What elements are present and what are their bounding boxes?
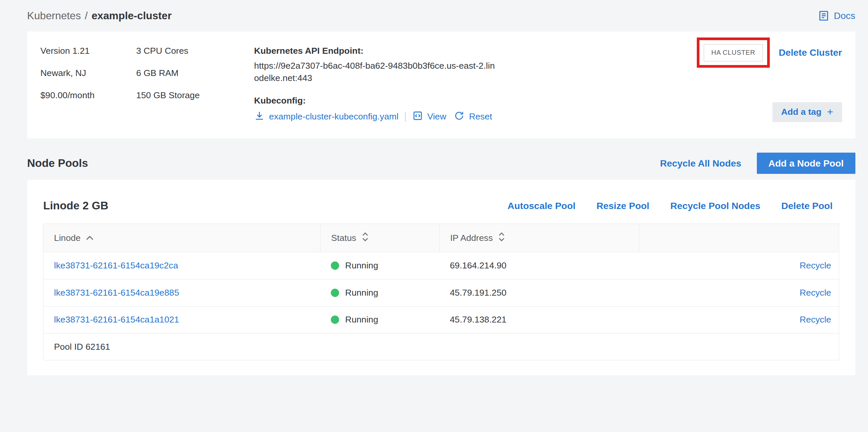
add-tag-label: Add a tag xyxy=(781,107,822,117)
docs-label: Docs xyxy=(834,10,856,21)
node-table-row: lke38731-62161-6154ca19c2ca Running 69.1… xyxy=(43,252,839,279)
kubeconfig-label: Kubeconfig: xyxy=(254,95,514,107)
sort-asc-icon xyxy=(86,233,94,243)
view-label: View xyxy=(427,112,446,122)
resize-pool-link[interactable]: Resize Pool xyxy=(597,200,649,211)
pool-id-row: Pool ID 62161 xyxy=(43,334,839,360)
delete-pool-link[interactable]: Delete Pool xyxy=(781,200,833,211)
kubeconfig-filename: example-cluster-kubeconfig.yaml xyxy=(269,112,399,122)
view-kubeconfig-link[interactable]: View xyxy=(412,111,446,123)
kubeconfig-download-link[interactable]: example-cluster-kubeconfig.yaml xyxy=(254,111,399,123)
column-label-ip-address: IP Address xyxy=(450,233,493,243)
recycle-node-link[interactable]: Recycle xyxy=(800,314,831,325)
status-running-dot-icon xyxy=(331,315,339,324)
status-cell: Running xyxy=(320,260,439,271)
breadcrumb: Kubernetes/example-cluster xyxy=(27,10,172,22)
row-action-cell: Recycle xyxy=(639,260,839,271)
kubernetes-cluster-page: Kubernetes/example-cluster Docs Version … xyxy=(0,0,868,432)
reset-kubeconfig-link[interactable]: Reset xyxy=(454,111,492,123)
ip-address-cell: 45.79.191.250 xyxy=(439,288,639,298)
ip-address: 69.164.214.90 xyxy=(450,260,507,270)
table-header-row: Linode Status IP Address xyxy=(43,224,839,252)
node-pools-actions: Recycle All Nodes Add a Node Pool xyxy=(660,153,856,174)
topbar: Kubernetes/example-cluster Docs xyxy=(0,0,868,32)
cluster-summary-card: Version 1.21 Newark, NJ $90.00/month 3 C… xyxy=(27,32,856,138)
status-running-dot-icon xyxy=(331,289,339,297)
node-pool-card: Linode 2 GB Autoscale Pool Resize Pool R… xyxy=(27,180,856,375)
cluster-cpu: 3 CPU Cores xyxy=(136,45,254,57)
divider xyxy=(405,112,406,122)
linode-link[interactable]: lke38731-62161-6154ca1a1021 xyxy=(54,314,179,325)
pool-name: Linode 2 GB xyxy=(43,198,108,214)
node-table-row: lke38731-62161-6154ca19e885 Running 45.7… xyxy=(43,279,839,307)
docs-link[interactable]: Docs xyxy=(818,10,856,22)
sort-both-icon xyxy=(361,232,369,245)
cluster-specs-column-1: Version 1.21 Newark, NJ $90.00/month xyxy=(40,45,136,125)
status-cell: Running xyxy=(320,288,439,298)
pool-nodes-table: Linode Status IP Address xyxy=(43,224,839,360)
linode-cell: lke38731-62161-6154ca1a1021 xyxy=(43,314,320,325)
cluster-specs-column-2: 3 CPU Cores 6 GB RAM 150 GB Storage xyxy=(136,45,254,125)
status-cell: Running xyxy=(320,314,439,325)
cluster-ram: 6 GB RAM xyxy=(136,67,254,79)
breadcrumb-cluster-name: example-cluster xyxy=(92,10,172,22)
linode-cell: lke38731-62161-6154ca19c2ca xyxy=(43,260,320,271)
ha-cluster-badge: HA CLUSTER xyxy=(704,44,763,61)
status-running-dot-icon xyxy=(331,261,339,270)
column-header-actions xyxy=(639,224,839,252)
linode-cell: lke38731-62161-6154ca19e885 xyxy=(43,288,320,298)
plus-icon: + xyxy=(827,106,833,118)
ha-cluster-highlight-annotation: HA CLUSTER xyxy=(697,37,770,68)
docs-icon xyxy=(818,10,830,22)
cluster-price: $90.00/month xyxy=(40,89,136,101)
pool-table-body: lke38731-62161-6154ca19c2ca Running 69.1… xyxy=(43,252,839,334)
cluster-storage: 150 GB Storage xyxy=(136,89,254,101)
row-action-cell: Recycle xyxy=(639,314,839,325)
status-label: Running xyxy=(345,260,378,271)
reset-label: Reset xyxy=(469,112,492,122)
recycle-node-link[interactable]: Recycle xyxy=(800,260,831,270)
cluster-header-actions: HA CLUSTER Delete Cluster xyxy=(697,37,842,68)
column-header-ip-address[interactable]: IP Address xyxy=(439,224,639,252)
node-table-row: lke38731-62161-6154ca1a1021 Running 45.7… xyxy=(43,307,839,334)
ip-address: 45.79.191.250 xyxy=(450,288,507,298)
ip-address-cell: 45.79.138.221 xyxy=(439,314,639,325)
status-label: Running xyxy=(345,314,378,325)
pool-id-label: Pool ID 62161 xyxy=(54,342,110,352)
linode-link[interactable]: lke38731-62161-6154ca19e885 xyxy=(54,288,179,298)
code-file-icon xyxy=(412,111,423,123)
delete-cluster-link[interactable]: Delete Cluster xyxy=(779,47,842,58)
autoscale-pool-link[interactable]: Autoscale Pool xyxy=(508,200,576,211)
pool-header: Linode 2 GB Autoscale Pool Resize Pool R… xyxy=(43,198,839,214)
recycle-node-link[interactable]: Recycle xyxy=(800,288,831,298)
add-tag-button[interactable]: Add a tag + xyxy=(772,102,842,122)
kubeconfig-actions: example-cluster-kubeconfig.yaml View xyxy=(254,110,514,123)
cluster-version: Version 1.21 xyxy=(40,45,136,57)
download-icon xyxy=(254,111,265,123)
node-pools-title: Node Pools xyxy=(27,157,88,169)
row-action-cell: Recycle xyxy=(639,288,839,298)
api-endpoint-url: https://9e2a7307-b6ac-408f-ba62-9483b0b3… xyxy=(254,60,498,84)
linode-link[interactable]: lke38731-62161-6154ca19c2ca xyxy=(54,260,178,270)
column-label-status: Status xyxy=(331,233,356,243)
ip-address: 45.79.138.221 xyxy=(450,314,507,325)
api-endpoint-block: Kubernetes API Endpoint: https://9e2a730… xyxy=(254,45,514,125)
recycle-all-nodes-link[interactable]: Recycle All Nodes xyxy=(660,158,741,169)
sort-both-icon xyxy=(498,232,505,245)
cluster-region: Newark, NJ xyxy=(40,67,136,79)
column-header-linode[interactable]: Linode xyxy=(43,224,320,252)
column-header-status[interactable]: Status xyxy=(320,224,439,252)
recycle-pool-nodes-link[interactable]: Recycle Pool Nodes xyxy=(670,200,760,211)
column-label-linode: Linode xyxy=(54,233,81,243)
status-label: Running xyxy=(345,288,378,298)
add-node-pool-button[interactable]: Add a Node Pool xyxy=(757,153,856,174)
pool-action-links: Autoscale Pool Resize Pool Recycle Pool … xyxy=(508,200,833,211)
tag-actions: Add a tag + xyxy=(772,102,842,122)
api-endpoint-label: Kubernetes API Endpoint: xyxy=(254,45,514,57)
summary-right-actions: HA CLUSTER Delete Cluster Add a tag + xyxy=(697,45,842,125)
reset-icon xyxy=(454,111,465,123)
node-pools-section-head: Node Pools Recycle All Nodes Add a Node … xyxy=(27,152,856,175)
breadcrumb-section-kubernetes[interactable]: Kubernetes xyxy=(27,10,81,22)
ip-address-cell: 69.164.214.90 xyxy=(439,260,639,271)
breadcrumb-separator: / xyxy=(85,10,88,22)
